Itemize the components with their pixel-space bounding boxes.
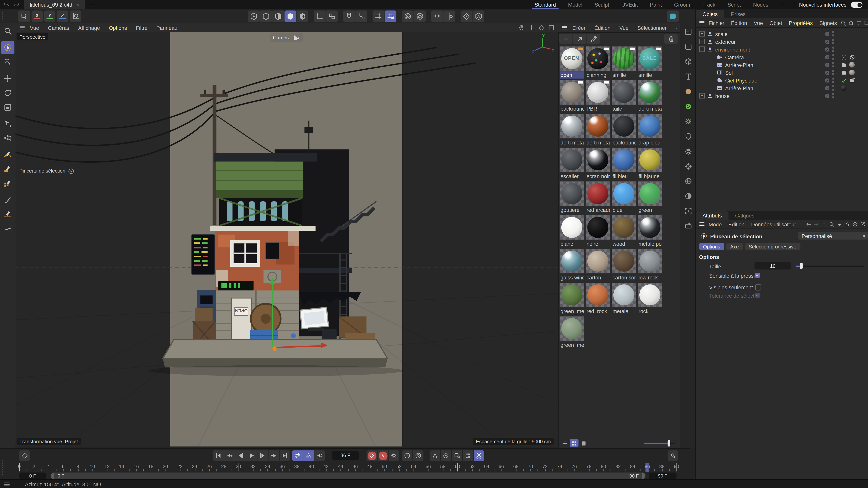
hamburger-icon[interactable] — [561, 24, 568, 31]
material-thumbnail[interactable] — [559, 215, 584, 239]
material-item[interactable]: PBR — [585, 80, 611, 112]
camera-chip[interactable]: Caméra — [270, 33, 303, 42]
object-row-house-8[interactable]: +house — [696, 92, 868, 100]
popout-icon[interactable] — [860, 221, 866, 227]
material-tag[interactable] — [841, 85, 846, 91]
track-toggles-button[interactable] — [463, 450, 473, 461]
viewport-menu-vue[interactable]: Vue — [25, 25, 43, 31]
material-item[interactable]: metale — [611, 283, 637, 315]
status-menu-icon[interactable] — [3, 481, 10, 488]
quantize-button[interactable] — [373, 10, 384, 22]
hex-object-button[interactable] — [297, 10, 308, 22]
material-thumbnail[interactable] — [638, 283, 662, 307]
subtab-options[interactable]: Options — [699, 243, 724, 250]
layout-tab-track[interactable]: Track — [696, 0, 721, 9]
render-view-button[interactable] — [402, 10, 413, 22]
material-name[interactable]: smille — [612, 71, 636, 78]
visibility-dots[interactable] — [832, 62, 834, 68]
material-name[interactable]: metale — [612, 308, 636, 315]
object-row-exterieur-1[interactable]: +exterieur — [696, 38, 868, 45]
tab-objets[interactable]: Objets — [696, 10, 724, 18]
text-tool-palette-button[interactable] — [682, 70, 694, 83]
pencil-tag-icon[interactable] — [824, 38, 830, 44]
prev-frame-button[interactable] — [235, 450, 246, 461]
rotate-tool-button[interactable] — [1, 86, 14, 100]
attribute-menu-dition[interactable]: Édition — [725, 221, 748, 227]
attribute-menu-donn-es-utilisateur[interactable]: Données utilisateur — [748, 221, 800, 227]
layout-toggle-palette-button[interactable] — [682, 25, 694, 38]
snap-settings-button[interactable] — [355, 10, 367, 22]
target-box-icon[interactable] — [841, 54, 847, 60]
film-tag-icon[interactable] — [841, 69, 847, 75]
object-name[interactable]: Caméra — [725, 54, 744, 60]
move-keys-button[interactable] — [430, 450, 440, 461]
spline-pen-tool-button[interactable] — [1, 148, 14, 162]
layout-tab-paint[interactable]: Paint — [644, 0, 668, 9]
add-key-right-button[interactable] — [668, 450, 678, 461]
viewport-canvas[interactable]: OPEN — [16, 32, 558, 447]
material-name[interactable]: tuile — [612, 105, 636, 112]
symmetry-button[interactable] — [431, 10, 443, 22]
snap-magnet-button[interactable] — [343, 10, 355, 22]
coord-system-button[interactable] — [70, 10, 81, 22]
object-row-scale-0[interactable]: +scale — [696, 30, 868, 38]
material-item[interactable]: derti metal — [637, 80, 662, 112]
material-item[interactable]: green_met — [559, 317, 585, 349]
check-icon[interactable] — [841, 77, 847, 83]
material-name[interactable]: PBR — [585, 105, 610, 112]
axis-mode-button[interactable] — [314, 10, 326, 22]
material-thumbnail[interactable] — [638, 182, 662, 206]
material-sphere-palette-button[interactable] — [682, 85, 694, 97]
material-thumbnail[interactable]: SALE — [638, 46, 662, 71]
material-item[interactable]: green_met — [559, 283, 585, 315]
material-name[interactable]: rock — [638, 308, 662, 315]
panel-palette-button[interactable] — [682, 40, 694, 53]
quantize-lock-button[interactable] — [385, 10, 396, 22]
hex-points-button[interactable] — [248, 10, 259, 22]
target-circle-icon[interactable] — [852, 221, 858, 227]
layout-tab-nodes[interactable]: Nodes — [747, 0, 774, 9]
material-name[interactable]: derti metal — [559, 139, 584, 146]
object-menu-fichier[interactable]: Fichier — [705, 20, 728, 26]
material-thumbnail[interactable] — [585, 182, 610, 206]
material-thumbnail[interactable] — [585, 249, 610, 273]
visibility-button[interactable] — [461, 10, 472, 22]
object-menu-signets[interactable]: Signets — [816, 20, 840, 26]
zoom-slider-handle[interactable] — [668, 440, 670, 446]
tablet-palette-button[interactable] — [682, 220, 694, 232]
grid-view-button[interactable] — [569, 440, 579, 447]
material-item[interactable]: blue — [611, 182, 637, 214]
new-tab-button[interactable]: + — [90, 1, 94, 8]
material-name[interactable]: low rock — [638, 274, 662, 281]
tweak-tool-button[interactable] — [1, 55, 14, 69]
material-menu-s-lectionner[interactable]: Sélectionner — [633, 25, 671, 31]
material-thumbnail[interactable] — [638, 215, 662, 239]
gear-button[interactable] — [389, 450, 399, 461]
tab-attributs[interactable]: Attributs — [696, 211, 728, 220]
pencil-tag-icon[interactable] — [824, 62, 830, 68]
workplane-button[interactable] — [326, 10, 338, 22]
material-item[interactable]: red arcade — [585, 182, 611, 214]
material-item[interactable]: carton som — [611, 249, 637, 281]
add-keyframe-button[interactable] — [19, 450, 30, 461]
material-name[interactable]: blanc — [559, 240, 584, 247]
render-settings-button[interactable] — [414, 10, 426, 22]
material-item[interactable]: smille — [611, 46, 637, 78]
film-tag-icon[interactable] — [849, 77, 855, 83]
material-item[interactable]: escalier — [559, 148, 585, 180]
material-name[interactable]: red_rock — [585, 308, 610, 315]
pencil-tag-icon[interactable] — [824, 46, 830, 52]
arrow-up-icon[interactable] — [821, 221, 827, 227]
goto-end-button[interactable] — [280, 450, 290, 461]
lock-icon[interactable] — [844, 221, 850, 227]
material-name[interactable]: derti metal — [638, 105, 662, 112]
pencil-tag-icon[interactable] — [824, 54, 830, 60]
object-menu-objet[interactable]: Objet — [766, 20, 785, 26]
timeline-grip[interactable] — [2, 460, 4, 476]
toolbar-grip[interactable] — [2, 11, 4, 21]
object-row-cam-ra-3[interactable]: Caméra — [696, 53, 868, 61]
record-auto-button[interactable]: A — [378, 450, 388, 461]
material-item[interactable]: goutiere — [559, 182, 585, 214]
range-handle-right[interactable] — [642, 473, 645, 479]
viewport-menu-options[interactable]: Options — [104, 25, 131, 31]
